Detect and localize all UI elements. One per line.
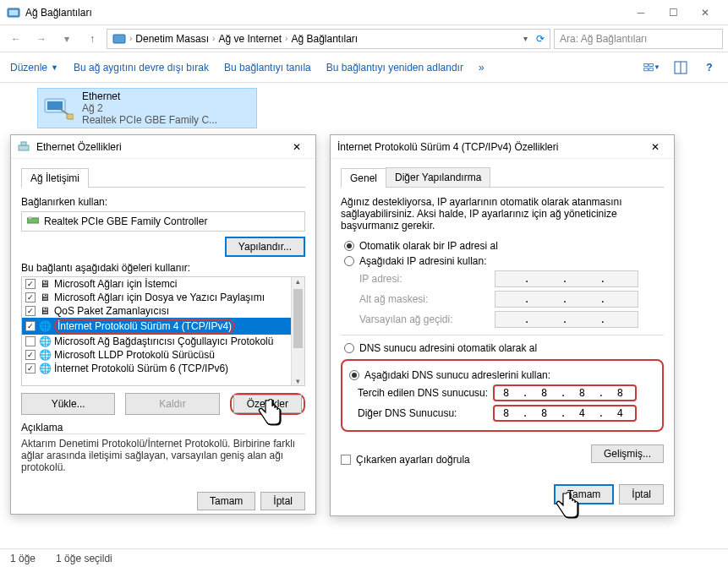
tabs: Genel Diğer Yapılandırma bbox=[341, 167, 664, 188]
rename-button[interactable]: Bu bağlantıyı yeniden adlandır bbox=[326, 62, 463, 74]
radio-icon bbox=[349, 370, 359, 380]
ok-button[interactable]: Tamam bbox=[197, 492, 255, 510]
list-item[interactable]: ✓ 🌐 İnternet Protokolü Sürüm 6 (TCP/IPv6… bbox=[22, 362, 304, 375]
svg-rect-3 bbox=[644, 63, 649, 66]
checkbox[interactable] bbox=[341, 455, 351, 465]
navigation-bar: ← → ▾ ↑ › Denetim Masası › Ağ ve Interne… bbox=[0, 25, 728, 52]
protocol-icon: 🌐 bbox=[39, 320, 51, 332]
forward-button[interactable]: → bbox=[30, 29, 52, 49]
protocol-icon: 🌐 bbox=[39, 363, 51, 374]
checkbox[interactable]: ✓ bbox=[25, 350, 36, 360]
details-pane-icon[interactable] bbox=[672, 59, 689, 76]
status-selected-count: 1 öğe seçildi bbox=[56, 553, 112, 564]
back-button[interactable]: ← bbox=[5, 29, 27, 49]
list-item-selected[interactable]: ✓ 🌐 İnternet Protokolü Sürüm 4 (TCP/IPv4… bbox=[22, 318, 304, 335]
list-item[interactable]: ✓ 🌐 Microsoft LLDP Protokolü Sürücüsü bbox=[22, 348, 304, 362]
radio-static-dns[interactable]: Aşağıdaki DNS sunucu adreslerini kullan: bbox=[349, 369, 655, 381]
organize-menu[interactable]: Düzenle▼ bbox=[10, 62, 58, 74]
dialog-title: İnternet Protokolü Sürüm 4 (TCP/IPv4) Öz… bbox=[337, 141, 643, 153]
cancel-button[interactable]: İptal bbox=[260, 492, 305, 510]
subnet-input: . . . bbox=[495, 291, 638, 308]
radio-auto-dns[interactable]: DNS sunucu adresini otomatik olarak al bbox=[344, 342, 664, 354]
svg-rect-12 bbox=[19, 145, 29, 150]
svg-rect-1 bbox=[9, 10, 18, 15]
svg-rect-11 bbox=[67, 114, 74, 119]
dialog-titlebar[interactable]: Ethernet Özellikleri ✕ bbox=[11, 135, 315, 159]
diagnose-button[interactable]: Bu bağlantıyı tanıla bbox=[224, 62, 311, 74]
checkbox[interactable]: ✓ bbox=[25, 321, 36, 331]
list-item[interactable]: ✓ 🖥 Microsoft Ağları için Dosya ve Yazıc… bbox=[22, 291, 304, 304]
adapter-name: Ethernet bbox=[82, 90, 217, 102]
gateway-label: Varsayılan ağ geçidi: bbox=[359, 313, 495, 325]
dropdown-chevron-icon[interactable]: ▾ bbox=[523, 34, 528, 43]
validate-checkbox-row[interactable]: Çıkarken ayarları doğrula bbox=[341, 454, 470, 466]
view-options-icon[interactable]: ▼ bbox=[643, 59, 660, 76]
radio-auto-ip[interactable]: Otomatik olarak bir IP adresi al bbox=[344, 240, 664, 252]
dialog-close-button[interactable]: ✕ bbox=[643, 137, 667, 157]
properties-button[interactable]: Özellikler bbox=[233, 395, 302, 413]
list-item[interactable]: ✓ 🖥 QoS Paket Zamanlayıcısı bbox=[22, 304, 304, 318]
svg-rect-4 bbox=[649, 63, 654, 66]
alternate-dns-input[interactable]: 8 . 8 . 4 . 4 bbox=[493, 405, 637, 422]
install-button[interactable]: Yükle... bbox=[21, 393, 115, 415]
configure-button[interactable]: Yapılandır... bbox=[225, 237, 305, 257]
checkbox[interactable]: ✓ bbox=[25, 363, 36, 373]
tab-alternate[interactable]: Diğer Yapılandırma bbox=[386, 167, 490, 187]
checkbox[interactable]: ✓ bbox=[25, 336, 36, 346]
window-title: Ağ Bağlantıları bbox=[25, 7, 625, 19]
breadcrumb-item[interactable]: Denetim Masası bbox=[135, 33, 209, 45]
chevron-right-icon: › bbox=[212, 34, 215, 43]
more-commands[interactable]: » bbox=[479, 62, 484, 74]
ethernet-properties-dialog: Ethernet Özellikleri ✕ Ağ İletişimi Bağl… bbox=[10, 134, 316, 515]
breadcrumb-item[interactable]: Ağ Bağlantıları bbox=[291, 33, 358, 45]
search-input[interactable]: Ara: Ağ Bağlantıları bbox=[554, 29, 723, 49]
history-dropdown[interactable]: ▾ bbox=[56, 29, 78, 49]
tab-networking[interactable]: Ağ İletişimi bbox=[21, 168, 89, 188]
radio-static-ip[interactable]: Aşağıdaki IP adresini kullan: bbox=[344, 255, 664, 267]
svg-rect-10 bbox=[47, 101, 63, 110]
svg-rect-2 bbox=[113, 35, 125, 43]
checkbox[interactable]: ✓ bbox=[25, 279, 36, 289]
dialog-close-button[interactable]: ✕ bbox=[285, 137, 309, 157]
breadcrumb[interactable]: › Denetim Masası › Ağ ve Internet › Ağ B… bbox=[107, 29, 550, 49]
up-button[interactable]: ↑ bbox=[81, 29, 103, 49]
network-icon bbox=[18, 140, 31, 154]
help-icon[interactable]: ? bbox=[701, 59, 718, 76]
chevron-right-icon: › bbox=[285, 34, 287, 43]
minimize-button[interactable]: ─ bbox=[625, 0, 657, 25]
protocol-icon: 🌐 bbox=[39, 349, 51, 361]
maximize-button[interactable]: ☐ bbox=[657, 0, 689, 25]
tab-general[interactable]: Genel bbox=[341, 168, 386, 188]
disable-device-button[interactable]: Bu ağ aygıtını devre dışı bırak bbox=[74, 62, 209, 74]
tabs: Ağ İletişimi bbox=[21, 167, 305, 188]
list-item[interactable]: ✓ 🌐 Microsoft Ağ Bağdaştırıcısı Çoğullay… bbox=[22, 335, 304, 348]
checkbox[interactable]: ✓ bbox=[25, 292, 36, 303]
intro-text: Ağınız destekliyorsa, IP ayarlarının oto… bbox=[341, 196, 664, 232]
dialog-titlebar[interactable]: İnternet Protokolü Sürüm 4 (TCP/IPv4) Öz… bbox=[331, 135, 674, 159]
chevron-right-icon: › bbox=[129, 34, 132, 43]
alternate-dns-label: Diğer DNS Sunucusu: bbox=[358, 407, 493, 419]
radio-icon bbox=[344, 256, 354, 266]
breadcrumb-item[interactable]: Ağ ve Internet bbox=[218, 33, 282, 45]
ok-button[interactable]: Tamam bbox=[554, 484, 614, 504]
svg-rect-13 bbox=[21, 142, 26, 145]
uninstall-button[interactable]: Kaldır bbox=[125, 393, 219, 415]
app-icon bbox=[7, 6, 20, 19]
close-button[interactable]: ✕ bbox=[689, 0, 721, 25]
advanced-button[interactable]: Gelişmiş... bbox=[591, 444, 664, 463]
refresh-button[interactable]: ⟳ bbox=[536, 33, 545, 45]
adapter-field-value: Realtek PCIe GBE Family Controller bbox=[44, 215, 207, 227]
list-item[interactable]: ✓ 🖥 Microsoft Ağları için İstemci bbox=[22, 277, 304, 291]
adapter-network: Ağ 2 bbox=[82, 102, 217, 114]
preferred-dns-input[interactable]: 8 . 8 . 8 . 8 bbox=[493, 384, 637, 401]
network-adapter-item[interactable]: Ethernet Ağ 2 Realtek PCIe GBE Family C.… bbox=[37, 88, 257, 128]
connection-items-list[interactable]: ✓ 🖥 Microsoft Ağları için İstemci ✓ 🖥 Mi… bbox=[21, 276, 305, 386]
checkbox[interactable]: ✓ bbox=[25, 306, 36, 316]
breadcrumb-icon bbox=[112, 32, 126, 46]
description-text: Aktarım Denetimi Protokolü/İnternet Prot… bbox=[21, 433, 305, 473]
cancel-button[interactable]: İptal bbox=[619, 484, 664, 504]
dns-groupbox: Aşağıdaki DNS sunucu adreslerini kullan:… bbox=[341, 359, 664, 432]
adapter-device: Realtek PCIe GBE Family C... bbox=[82, 114, 217, 126]
scrollbar[interactable]: ▴ ▾ bbox=[291, 277, 304, 385]
ethernet-icon bbox=[41, 91, 75, 125]
